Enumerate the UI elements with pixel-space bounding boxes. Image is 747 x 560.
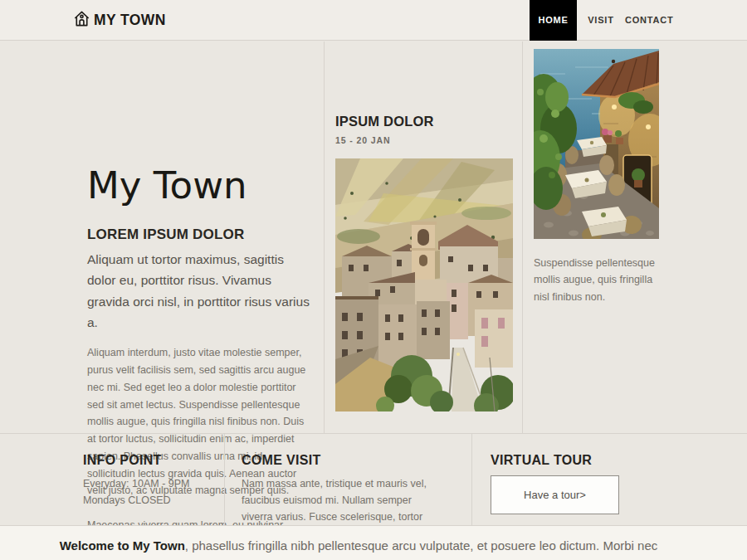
footer-text: Welcome to My Town, phasellus fringilla …	[0, 538, 747, 553]
nav-item-contact[interactable]: CONTACT	[625, 0, 671, 41]
footer-regular-text: , phasellus fringilla nibh pellentesque …	[185, 538, 658, 553]
house-icon	[72, 9, 91, 32]
event-date: 15 - 20 JAN	[335, 135, 511, 145]
hero-lead-paragraph: Aliquam ut tortor maximus, sagittis dolo…	[87, 249, 312, 334]
page-title: My Town	[87, 164, 312, 207]
info-point-title: INFO POINT	[83, 453, 224, 468]
aside-caption: Suspendisse pellentesque mollis augue, q…	[534, 255, 666, 305]
virtual-tour-title: VIRTUAL TOUR	[491, 453, 747, 468]
hero-subtitle: LOREM IPSUM DOLOR	[87, 226, 312, 243]
have-a-tour-button[interactable]: Have a tour>	[491, 475, 619, 514]
info-point-section: INFO POINT Everyday: 10AM - 9PM Mondays …	[0, 434, 224, 526]
event-title: IPSUM DOLOR	[335, 114, 511, 129]
hero-column: My Town LOREM IPSUM DOLOR Aliquam ut tor…	[0, 41, 324, 433]
come-visit-section: COME VISIT Nam massa ante, tristique et …	[224, 434, 471, 526]
footer-bold-text: Welcome to My Town	[60, 538, 185, 553]
come-visit-title: COME VISIT	[242, 453, 471, 468]
site-logo[interactable]: MY TOWN	[72, 0, 166, 41]
nav-item-visit[interactable]: VISIT	[582, 0, 620, 41]
site-footer: Welcome to My Town, phasellus fringilla …	[0, 525, 747, 560]
hillside-town-photo	[335, 158, 511, 415]
aside-column: Suspendisse pellentesque mollis augue, q…	[523, 41, 747, 433]
event-column: IPSUM DOLOR 15 - 20 JAN	[324, 41, 523, 433]
main-content: My Town LOREM IPSUM DOLOR Aliquam ut tor…	[0, 41, 747, 433]
seaside-terrace-photo	[534, 49, 747, 242]
site-header: MY TOWN HOME VISIT CONTACT	[0, 0, 747, 41]
info-row: INFO POINT Everyday: 10AM - 9PM Mondays …	[0, 433, 747, 525]
logo-text: MY TOWN	[94, 12, 166, 29]
nav-item-home[interactable]: HOME	[530, 0, 577, 41]
virtual-tour-section: VIRTUAL TOUR Have a tour>	[471, 434, 747, 526]
